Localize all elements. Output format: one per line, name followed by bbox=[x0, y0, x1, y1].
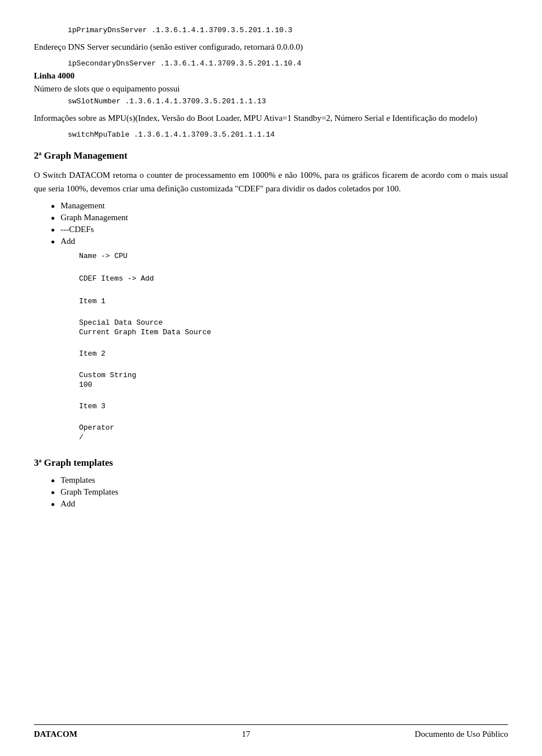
bullet-item-graph-management: Graph Management bbox=[51, 213, 508, 222]
bullet-label-add: Add bbox=[60, 237, 75, 246]
item1-label: Item 1 bbox=[79, 297, 508, 305]
item3-label: Item 3 bbox=[79, 402, 508, 410]
bullet-item-cdefs: ---CDEFs bbox=[51, 225, 508, 234]
code-primary-dns: ipPrimaryDnsServer .1.3.6.1.4.1.3709.3.5… bbox=[68, 26, 508, 34]
bullet-item-add2: Add bbox=[51, 499, 508, 509]
bullet-label-graph-management: Graph Management bbox=[60, 213, 128, 222]
secondary-dns-label: Endereço DNS Server secundário (senão es… bbox=[34, 40, 508, 54]
item3-desc1: Operator bbox=[79, 423, 508, 432]
management-bullet-list: Management Graph Management ---CDEFs Add bbox=[51, 201, 508, 246]
bullet-label-templates: Templates bbox=[60, 475, 95, 485]
item2-desc1: Custom String bbox=[79, 371, 508, 379]
cdef-code-section: Name -> CPU CDEF Items -> Add Item 1 Spe… bbox=[79, 252, 508, 442]
item2-label: Item 2 bbox=[79, 349, 508, 358]
code-cdef-items: CDEF Items -> Add bbox=[79, 274, 508, 283]
item2-desc2: 100 bbox=[79, 381, 508, 389]
page-footer: DATACOM 17 Documento de Uso Público bbox=[34, 724, 508, 739]
footer-company: DATACOM bbox=[34, 729, 77, 739]
templates-bullet-list: Templates Graph Templates Add bbox=[51, 475, 508, 509]
bullet-label-add2: Add bbox=[60, 499, 75, 509]
footer-page-number: 17 bbox=[242, 729, 250, 739]
bullet-item-graph-templates: Graph Templates bbox=[51, 487, 508, 497]
informacoes-text: Informações sobre as MPU(s)(Index, Versã… bbox=[34, 111, 508, 125]
code-secondary-dns: ipSecondaryDnsServer .1.3.6.1.4.1.3709.3… bbox=[68, 59, 508, 68]
bullet-item-templates: Templates bbox=[51, 475, 508, 485]
section2-paragraph: O Switch DATACOM retorna o counter de pr… bbox=[34, 168, 508, 195]
section2-title: 2ª Graph Management bbox=[34, 150, 508, 161]
item3-desc2: / bbox=[79, 433, 508, 442]
bullet-item-management: Management bbox=[51, 201, 508, 211]
bullet-label-graph-templates: Graph Templates bbox=[60, 487, 118, 497]
item1-desc2: Current Graph Item Data Source bbox=[79, 328, 508, 337]
footer-classification: Documento de Uso Público bbox=[415, 729, 508, 739]
code-name-cpu: Name -> CPU bbox=[79, 252, 508, 260]
section3-title: 3ª Graph templates bbox=[34, 457, 508, 469]
linha-label: Linha 4000 bbox=[34, 71, 508, 81]
code-switchmputsble: switchMpuTable .1.3.6.1.4.1.3709.3.5.201… bbox=[68, 130, 508, 139]
bullet-label-cdefs: ---CDEFs bbox=[60, 225, 94, 234]
item1-desc1: Special Data Source bbox=[79, 318, 508, 327]
bullet-label-management: Management bbox=[60, 201, 104, 211]
numero-slots-label: Número de slots que o equipamento possui bbox=[34, 84, 508, 94]
page-content: ipPrimaryDnsServer .1.3.6.1.4.1.3709.3.5… bbox=[0, 0, 542, 560]
code-swslotnumber: swSlotNumber .1.3.6.1.4.1.3709.3.5.201.1… bbox=[68, 97, 508, 106]
bullet-item-add: Add bbox=[51, 237, 508, 246]
